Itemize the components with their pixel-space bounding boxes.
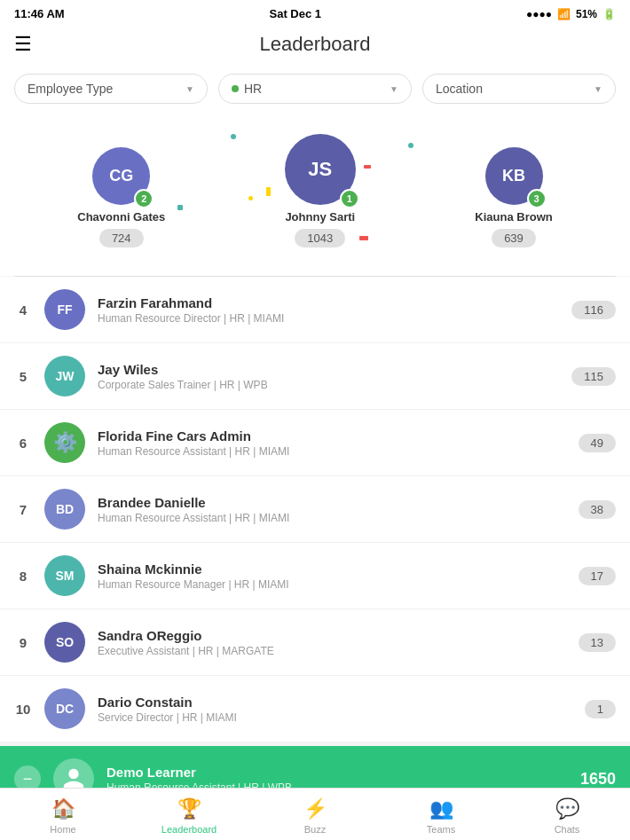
list-item[interactable]: 9 SO Sandra OReggio Executive Assistant …	[0, 609, 630, 676]
list-info: Dario Constain Service Director | HR | M…	[98, 695, 572, 724]
list-score: 38	[579, 500, 616, 519]
nav-label-leaderboard: Leaderboard	[161, 824, 217, 835]
status-date: Sat Dec 1	[270, 7, 322, 20]
nav-item-teams[interactable]: 👥 Teams	[378, 797, 504, 835]
chevron-down-icon: ▼	[185, 84, 194, 94]
gear-icon: ⚙️	[53, 431, 77, 454]
nav-item-home[interactable]: 🏠 Home	[0, 797, 126, 835]
list-name: Farzin Farahmand	[98, 295, 559, 310]
leaderboard-list: 4 FF Farzin Farahmand Human Resource Dir…	[0, 277, 630, 742]
list-subtitle: Human Resource Assistant | HR | MIAMI	[98, 445, 566, 458]
nav-item-buzz[interactable]: ⚡ Buzz	[252, 797, 378, 835]
status-time: 11:46 AM	[14, 7, 65, 20]
avatar-initials: SO	[56, 635, 74, 649]
podium-section: CG 2 Chavonni Gates 724 JS 1 Johnny Sart…	[0, 116, 630, 276]
avatar: JW	[44, 356, 85, 396]
avatar-3rd: KB 3	[485, 147, 543, 205]
list-subtitle: Human Resource Director | HR | MIAMI	[98, 312, 559, 325]
list-info: Farzin Farahmand Human Resource Director…	[98, 295, 559, 325]
current-user-name: Demo Learner	[106, 765, 568, 780]
nav-label-chats: Chats	[555, 824, 580, 835]
nav-label-teams: Teams	[427, 824, 455, 835]
podium-name-1st: Johnny Sarti	[285, 210, 355, 224]
list-subtitle: Human Resource Manager | HR | MIAMI	[98, 578, 566, 591]
list-info: Sandra OReggio Executive Assistant | HR …	[98, 628, 566, 657]
avatar-initials: FF	[57, 302, 72, 317]
list-name: Dario Constain	[98, 695, 572, 710]
filter-row: Employee Type ▼ HR ▼ Location ▼	[0, 65, 630, 116]
confetti-decoration	[266, 187, 271, 196]
podium-score-2nd: 724	[99, 229, 144, 247]
teams-icon: 👥	[429, 797, 453, 820]
avatar-initials: CG	[109, 167, 133, 185]
avatar-1st: JS 1	[285, 134, 356, 205]
page-title: Leaderboard	[260, 33, 371, 56]
confetti-decoration	[231, 134, 236, 139]
list-rank: 4	[14, 302, 32, 318]
department-filter-inner: HR	[232, 82, 262, 96]
list-rank: 10	[14, 702, 32, 717]
avatar: SO	[44, 622, 85, 663]
nav-label-home: Home	[50, 824, 75, 835]
list-rank: 9	[14, 635, 32, 650]
list-subtitle: Executive Assistant | HR | MARGATE	[98, 645, 566, 657]
list-name: Brandee Danielle	[98, 495, 566, 510]
podium-item-2nd: CG 2 Chavonni Gates 724	[77, 147, 165, 247]
list-rank: 8	[14, 569, 32, 584]
avatar: SM	[44, 555, 85, 596]
list-score: 17	[579, 567, 616, 585]
list-subtitle: Service Director | HR | MIAMI	[98, 711, 572, 724]
avatar-initials: KB	[502, 167, 525, 185]
chats-icon: 💬	[555, 797, 579, 820]
location-filter[interactable]: Location ▼	[422, 74, 616, 104]
confetti-decoration	[177, 205, 183, 210]
department-filter[interactable]: HR ▼	[218, 74, 412, 104]
list-item[interactable]: 5 JW Jay Wiles Corporate Sales Trainer |…	[0, 343, 630, 410]
podium-item-3rd: KB 3 Kiauna Brown 639	[475, 147, 552, 247]
signal-icon: ●●●●	[526, 8, 552, 20]
chevron-down-icon: ▼	[390, 84, 398, 94]
list-rank: 6	[14, 436, 32, 451]
confetti-decoration	[364, 165, 371, 169]
list-item[interactable]: 6 ⚙️ Florida Fine Cars Admin Human Resou…	[0, 410, 630, 476]
rank-badge-2: 2	[134, 189, 154, 208]
list-score: 49	[579, 434, 616, 452]
list-score: 1	[585, 700, 616, 718]
list-rank: 7	[14, 502, 32, 517]
location-label: Location	[436, 82, 483, 96]
employee-type-label: Employee Type	[28, 82, 113, 96]
podium-row: CG 2 Chavonni Gates 724 JS 1 Johnny Sart…	[18, 125, 612, 247]
avatar-initials: JW	[56, 369, 75, 383]
list-score: 115	[571, 367, 616, 386]
list-item[interactable]: 4 FF Farzin Farahmand Human Resource Dir…	[0, 277, 630, 343]
list-name: Jay Wiles	[98, 362, 559, 377]
list-rank: 5	[14, 369, 32, 384]
avatar-2nd: CG 2	[92, 147, 150, 205]
avatar: FF	[44, 289, 85, 330]
list-item[interactable]: 8 SM Shaina Mckinnie Human Resource Mana…	[0, 543, 630, 609]
avatar: DC	[44, 688, 85, 729]
employee-type-filter[interactable]: Employee Type ▼	[14, 74, 208, 104]
list-name: Shaina Mckinnie	[98, 561, 566, 577]
confetti-decoration	[408, 143, 413, 148]
list-item[interactable]: 10 DC Dario Constain Service Director | …	[0, 676, 630, 742]
list-score: 116	[571, 301, 616, 319]
status-right: ●●●● 📶 51% 🔋	[526, 8, 616, 20]
list-subtitle: Corporate Sales Trainer | HR | WPB	[98, 379, 559, 391]
list-item[interactable]: 7 BD Brandee Danielle Human Resource Ass…	[0, 476, 630, 543]
list-score: 13	[579, 633, 616, 652]
home-icon: 🏠	[51, 797, 75, 820]
list-name: Florida Fine Cars Admin	[98, 428, 566, 444]
menu-button[interactable]: ☰	[14, 35, 32, 54]
leaderboard-icon: 🏆	[177, 797, 201, 820]
podium-name-3rd: Kiauna Brown	[475, 210, 552, 224]
list-info: Brandee Danielle Human Resource Assistan…	[98, 495, 566, 524]
battery-icon: 🔋	[602, 8, 616, 20]
nav-item-chats[interactable]: 💬 Chats	[504, 797, 630, 835]
confetti-decoration	[248, 196, 253, 200]
nav-label-buzz: Buzz	[304, 824, 326, 835]
chevron-down-icon: ▼	[594, 84, 602, 94]
avatar-initials: SM	[56, 569, 75, 583]
wifi-icon: 📶	[557, 8, 571, 20]
nav-item-leaderboard[interactable]: 🏆 Leaderboard	[126, 797, 252, 835]
